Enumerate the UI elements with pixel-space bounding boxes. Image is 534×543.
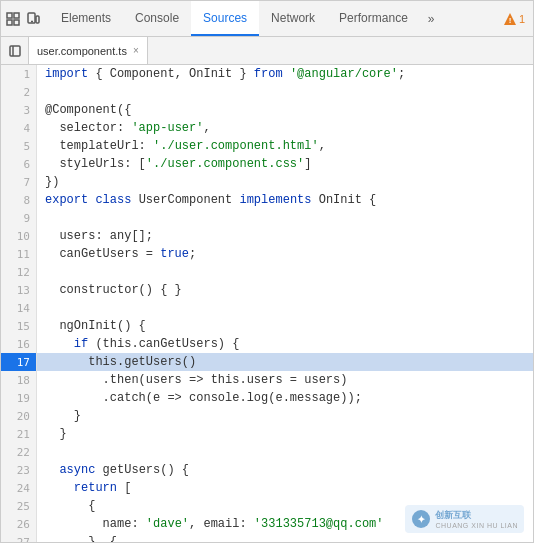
code-line: }, { xyxy=(37,533,533,542)
toolbar-right: ! 1 xyxy=(503,12,529,26)
code-line: ngOnInit() { xyxy=(37,317,533,335)
line-number[interactable]: 9 xyxy=(1,209,36,227)
file-tab-close[interactable]: × xyxy=(133,45,139,56)
line-number[interactable]: 13 xyxy=(1,281,36,299)
file-tab-user-component[interactable]: user.component.ts × xyxy=(29,37,148,64)
line-number[interactable]: 8 xyxy=(1,191,36,209)
file-tabbar: user.component.ts × xyxy=(1,37,533,65)
warning-badge[interactable]: ! 1 xyxy=(503,12,525,26)
code-line: import { Component, OnInit } from '@angu… xyxy=(37,65,533,83)
line-numbers: 1234567891011121314151617181920212223242… xyxy=(1,65,37,542)
code-line: this.getUsers() xyxy=(37,353,533,371)
svg-rect-9 xyxy=(10,46,20,56)
tab-elements[interactable]: Elements xyxy=(49,1,123,36)
svg-text:!: ! xyxy=(509,16,512,25)
sidebar-toggle-button[interactable] xyxy=(1,37,29,65)
line-number[interactable]: 23 xyxy=(1,461,36,479)
line-number[interactable]: 11 xyxy=(1,245,36,263)
code-line xyxy=(37,299,533,317)
svg-rect-1 xyxy=(14,13,19,18)
line-number[interactable]: 14 xyxy=(1,299,36,317)
inspect-icon[interactable] xyxy=(5,11,21,27)
code-line: constructor() { } xyxy=(37,281,533,299)
svg-rect-0 xyxy=(7,13,12,18)
code-line: @Component({ xyxy=(37,101,533,119)
line-number[interactable]: 26 xyxy=(1,515,36,533)
line-number[interactable]: 12 xyxy=(1,263,36,281)
tab-sources[interactable]: Sources xyxy=(191,1,259,36)
tab-list: Elements Console Sources Network Perform… xyxy=(49,1,503,36)
code-line: canGetUsers = true; xyxy=(37,245,533,263)
line-number[interactable]: 6 xyxy=(1,155,36,173)
code-line: styleUrls: ['./user.component.css'] xyxy=(37,155,533,173)
line-number[interactable]: 25 xyxy=(1,497,36,515)
code-line: } xyxy=(37,407,533,425)
code-line: export class UserComponent implements On… xyxy=(37,191,533,209)
code-line: if (this.canGetUsers) { xyxy=(37,335,533,353)
code-line: return [ xyxy=(37,479,533,497)
line-number[interactable]: 18 xyxy=(1,371,36,389)
line-number[interactable]: 5 xyxy=(1,137,36,155)
tab-more[interactable]: » xyxy=(420,1,443,36)
file-tab-label: user.component.ts xyxy=(37,45,127,57)
device-icon[interactable] xyxy=(25,11,41,27)
line-number[interactable]: 20 xyxy=(1,407,36,425)
line-number[interactable]: 24 xyxy=(1,479,36,497)
line-number[interactable]: 21 xyxy=(1,425,36,443)
line-number[interactable]: 7 xyxy=(1,173,36,191)
code-line: .then(users => this.users = users) xyxy=(37,371,533,389)
line-number[interactable]: 4 xyxy=(1,119,36,137)
code-line: name: 'dave', email: '331335713@qq.com' xyxy=(37,515,533,533)
line-number[interactable]: 19 xyxy=(1,389,36,407)
code-line: } xyxy=(37,425,533,443)
code-container: 1234567891011121314151617181920212223242… xyxy=(1,65,533,542)
tab-console[interactable]: Console xyxy=(123,1,191,36)
line-number[interactable]: 3 xyxy=(1,101,36,119)
code-content[interactable]: import { Component, OnInit } from '@angu… xyxy=(37,65,533,542)
line-number[interactable]: 17 xyxy=(1,353,36,371)
line-number[interactable]: 1 xyxy=(1,65,36,83)
code-line xyxy=(37,83,533,101)
code-line: { xyxy=(37,497,533,515)
svg-rect-2 xyxy=(7,20,12,25)
svg-rect-5 xyxy=(36,16,39,23)
toolbar: Elements Console Sources Network Perform… xyxy=(1,1,533,37)
code-line: }) xyxy=(37,173,533,191)
line-number[interactable]: 10 xyxy=(1,227,36,245)
line-number[interactable]: 15 xyxy=(1,317,36,335)
toolbar-icons xyxy=(5,11,41,27)
line-number[interactable]: 27 xyxy=(1,533,36,542)
devtools-window: Elements Console Sources Network Perform… xyxy=(0,0,534,543)
line-number[interactable]: 22 xyxy=(1,443,36,461)
code-line xyxy=(37,263,533,281)
svg-rect-3 xyxy=(14,20,19,25)
line-number[interactable]: 2 xyxy=(1,83,36,101)
code-line: selector: 'app-user', xyxy=(37,119,533,137)
line-number[interactable]: 16 xyxy=(1,335,36,353)
code-line: .catch(e => console.log(e.message)); xyxy=(37,389,533,407)
code-line: async getUsers() { xyxy=(37,461,533,479)
code-line: templateUrl: './user.component.html', xyxy=(37,137,533,155)
code-line: users: any[]; xyxy=(37,227,533,245)
tab-network[interactable]: Network xyxy=(259,1,327,36)
code-line xyxy=(37,209,533,227)
code-line xyxy=(37,443,533,461)
tab-performance[interactable]: Performance xyxy=(327,1,420,36)
